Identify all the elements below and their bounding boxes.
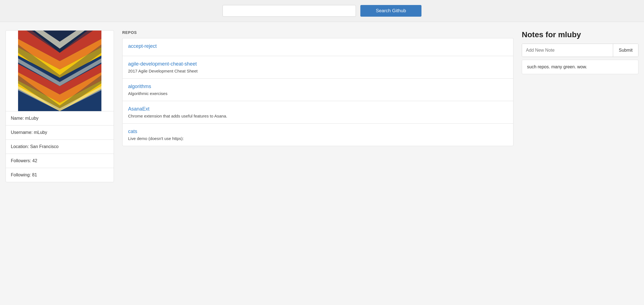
profile-username: Username: mLuby bbox=[6, 125, 114, 139]
search-input[interactable] bbox=[223, 5, 356, 17]
profile-following: Following: 81 bbox=[6, 168, 114, 182]
notes-input-row: Submit bbox=[522, 44, 638, 57]
header: Search Github bbox=[0, 0, 644, 22]
repo-name[interactable]: agile-development-cheat-sheet bbox=[128, 61, 508, 67]
repo-description: Chrome extension that adds useful featur… bbox=[128, 114, 508, 118]
repo-card: algorithmsAlgorithmic exercises bbox=[122, 78, 513, 101]
repo-card: accept-reject bbox=[122, 38, 513, 56]
repo-card: agile-development-cheat-sheet2017 Agile … bbox=[122, 56, 513, 78]
notes-title: Notes for mluby bbox=[522, 30, 638, 39]
profile-name: Name: mLuby bbox=[6, 111, 114, 125]
avatar bbox=[6, 31, 114, 111]
profile-card: Name: mLuby Username: mLuby Location: Sa… bbox=[6, 30, 114, 182]
notes-list: such repos. many green. wow. bbox=[522, 60, 638, 74]
repos-list: accept-rejectagile-development-cheat-she… bbox=[122, 38, 513, 146]
note-item: such repos. many green. wow. bbox=[522, 60, 638, 74]
repo-card: AsanaExtChrome extension that adds usefu… bbox=[122, 101, 513, 123]
main-content: Name: mLuby Username: mLuby Location: Sa… bbox=[0, 22, 644, 188]
repo-name[interactable]: accept-reject bbox=[128, 43, 508, 49]
profile-info: Name: mLuby Username: mLuby Location: Sa… bbox=[6, 111, 114, 182]
add-note-input[interactable] bbox=[522, 44, 613, 57]
notes-submit-button[interactable]: Submit bbox=[613, 44, 638, 57]
repo-name[interactable]: algorithms bbox=[128, 84, 508, 89]
search-github-button[interactable]: Search Github bbox=[360, 5, 421, 17]
repos-label: REPOS bbox=[122, 30, 513, 35]
profile-followers: Followers: 42 bbox=[6, 154, 114, 168]
repo-description: Algorithmic exercises bbox=[128, 91, 508, 96]
profile-location: Location: San Francisco bbox=[6, 139, 114, 154]
notes-section: Notes for mluby Submit such repos. many … bbox=[522, 30, 638, 182]
repo-name[interactable]: cats bbox=[128, 129, 508, 134]
repo-name[interactable]: AsanaExt bbox=[128, 106, 508, 112]
repo-description: Live demo (doesn't use https): bbox=[128, 136, 508, 141]
repos-section: REPOS accept-rejectagile-development-che… bbox=[122, 30, 513, 182]
repo-description: 2017 Agile Development Cheat Sheet bbox=[128, 69, 508, 73]
repo-card: catsLive demo (doesn't use https): bbox=[122, 123, 513, 146]
